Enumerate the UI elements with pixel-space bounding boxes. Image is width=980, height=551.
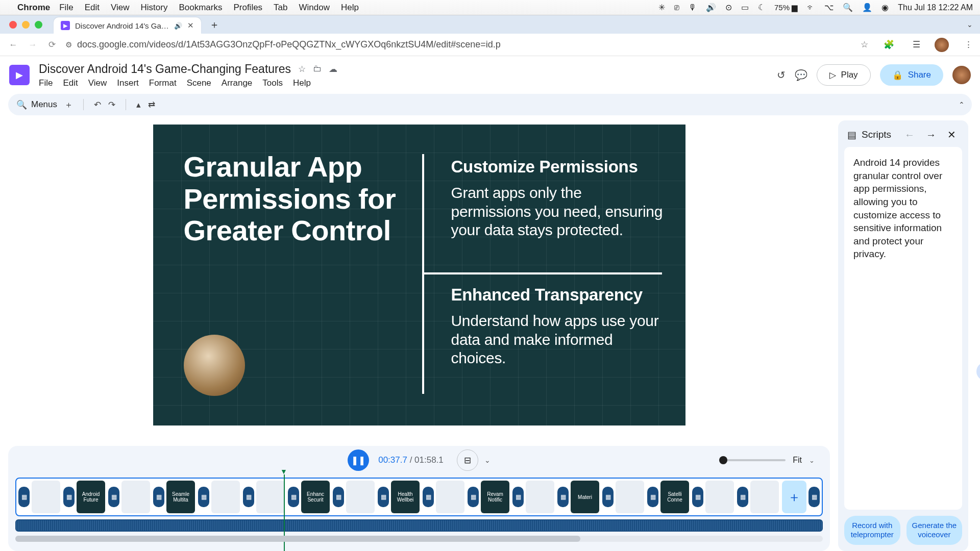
slide-canvas[interactable]: Granular App Permissions for Greater Con… (153, 124, 685, 425)
undo-button[interactable]: ↶ (94, 99, 101, 110)
scene-thumbnail[interactable]: Materi (571, 481, 599, 513)
user-icon[interactable]: 👤 (862, 3, 872, 12)
timeline-scene[interactable]: ▦Seamle Multita (153, 481, 195, 513)
mac-menu-edit[interactable]: Edit (85, 3, 100, 13)
menu-edit[interactable]: Edit (63, 78, 78, 88)
scene-thumbnail[interactable] (211, 481, 240, 513)
timeline-scene[interactable]: ▦Revam Notific (468, 481, 509, 513)
transition-tool-icon[interactable]: ⇄ (148, 99, 155, 110)
move-icon[interactable]: 🗀 (313, 64, 322, 74)
timeline-scene[interactable]: ▦ (198, 481, 240, 513)
mic-icon[interactable]: 🎙 (689, 3, 697, 12)
chrome-menu-icon[interactable]: ⋮ (964, 39, 973, 50)
play-button[interactable]: ▷Play (817, 64, 871, 86)
timeline-scene[interactable]: ▦Satelli Conne (647, 481, 689, 513)
transition-icon[interactable]: ▦ (288, 487, 299, 507)
section1-body[interactable]: Grant apps only the permissions you need… (451, 184, 666, 240)
chevron-down-icon[interactable]: ⌄ (484, 456, 491, 464)
site-info-icon[interactable]: ⚙ (65, 40, 72, 49)
record-teleprompter-button[interactable]: Record with teleprompter (844, 516, 900, 545)
clock[interactable]: Thu Jul 18 12:22 AM (898, 3, 973, 12)
zoom-window-icon[interactable] (35, 21, 42, 29)
window-controls[interactable] (6, 21, 45, 34)
script-text[interactable]: Android 14 provides granular control ove… (844, 147, 962, 510)
menu-insert[interactable]: Insert (117, 78, 139, 88)
timeline-scene[interactable]: ▦ (602, 481, 644, 513)
scene-thumbnail[interactable] (750, 481, 779, 513)
timeline-scene[interactable]: ▦ (423, 481, 464, 513)
transition-icon[interactable]: ▦ (512, 487, 524, 507)
mac-menu-tab[interactable]: Tab (274, 3, 287, 13)
menu-scene[interactable]: Scene (187, 78, 211, 88)
templates-icon[interactable]: ▢ (976, 141, 980, 159)
scene-thumbnail[interactable]: Satelli Conne (660, 481, 689, 513)
scene-thumbnail[interactable]: Health Wellbei (391, 481, 420, 513)
comments-icon[interactable]: 💬 (795, 69, 807, 81)
timeline-scene[interactable]: ▦ (512, 481, 554, 513)
close-window-icon[interactable] (9, 21, 17, 29)
timeline-scene[interactable]: ▦ (108, 481, 150, 513)
share-button[interactable]: 🔒Share (880, 64, 943, 86)
zoom-knob[interactable] (719, 456, 727, 464)
transition-icon[interactable]: ▦ (468, 487, 479, 507)
wifi-icon[interactable]: ᯤ (807, 3, 815, 12)
timeline-scene[interactable]: ▦ (692, 481, 734, 513)
status-icon[interactable]: ⎚ (674, 3, 679, 12)
transition-icon[interactable]: ▦ (557, 487, 569, 507)
timeline-scene[interactable]: ▦Android Future (63, 481, 105, 513)
cloud-status-icon[interactable]: ☁ (329, 64, 337, 74)
extensions-icon[interactable]: 🧩 (884, 39, 894, 50)
tabs-overflow-icon[interactable]: ⌄ (967, 20, 973, 29)
scrollbar-thumb[interactable] (15, 536, 580, 542)
timeline-scene[interactable]: ▦ (243, 481, 285, 513)
files-icon[interactable]: 🗀 (976, 204, 980, 222)
scene-thumbnail[interactable] (705, 481, 734, 513)
transition-icon[interactable]: ▦ (153, 487, 164, 507)
menu-view[interactable]: View (88, 78, 107, 88)
scene-thumbnail[interactable] (256, 481, 285, 513)
transition-icon[interactable]: ▦ (198, 487, 209, 507)
scene-thumbnail[interactable] (346, 481, 375, 513)
control-center-icon[interactable]: ⌥ (824, 3, 834, 12)
timeline-scene[interactable]: ▦Enhanc Securit (288, 481, 330, 513)
account-avatar[interactable] (952, 66, 971, 84)
search-icon[interactable]: 🔍 (843, 3, 853, 12)
record-icon[interactable] (976, 331, 980, 349)
moon-icon[interactable]: ☾ (758, 3, 765, 12)
stock-media-icon[interactable]: 🖼 (976, 172, 980, 191)
vids-logo-icon[interactable]: ▶ (9, 65, 30, 85)
shapes-icon[interactable]: ◯ (976, 299, 980, 317)
menu-arrange[interactable]: Arrange (222, 78, 252, 88)
new-scene-button[interactable]: ＋ (64, 99, 73, 111)
battery-status[interactable]: 75% ▆ (774, 3, 798, 12)
scene-thumbnail[interactable]: Revam Notific (481, 481, 509, 513)
generate-voiceover-button[interactable]: Generate the voiceover (906, 516, 963, 545)
mac-menu-bookmarks[interactable]: Bookmarks (179, 3, 222, 13)
mac-app-name[interactable]: Chrome (17, 3, 50, 13)
transition-icon[interactable]: ▦ (423, 487, 434, 507)
prev-script-button[interactable]: ← (901, 129, 918, 141)
scene-thumbnail[interactable] (436, 481, 464, 513)
menu-tools[interactable]: Tools (262, 78, 283, 88)
timeline-scene[interactable]: ▦Materi (557, 481, 599, 513)
redo-button[interactable]: ↷ (108, 99, 115, 110)
select-tool-icon[interactable]: ▴ (136, 99, 141, 110)
scene-thumbnail[interactable] (121, 481, 150, 513)
mac-menu-view[interactable]: View (111, 3, 130, 13)
timeline-scene[interactable]: ▦ (737, 481, 779, 513)
next-script-button[interactable]: → (923, 129, 939, 141)
scene-thumbnail[interactable] (32, 481, 60, 513)
menus-search[interactable]: 🔍Menus (16, 99, 57, 110)
tab-audio-icon[interactable]: 🔊 (174, 22, 182, 30)
mac-menu-profiles[interactable]: Profiles (233, 3, 262, 13)
mac-menu-window[interactable]: Window (299, 3, 330, 13)
scene-thumbnail[interactable] (616, 481, 644, 513)
transition-icon[interactable]: ▦ (378, 487, 389, 507)
image-gen-icon[interactable]: ▣ (976, 236, 980, 254)
transition-icon[interactable]: ▦ (647, 487, 658, 507)
omnibox[interactable]: ⚙ docs.google.com/videos/d/1At53AGG3OnzQ… (65, 39, 845, 50)
pause-button[interactable]: ❚❚ (348, 449, 369, 471)
mac-menu-file[interactable]: File (59, 3, 73, 13)
play-icon[interactable]: ⊙ (725, 3, 732, 12)
timeline-scene[interactable]: ▦Health Wellbei (378, 481, 420, 513)
